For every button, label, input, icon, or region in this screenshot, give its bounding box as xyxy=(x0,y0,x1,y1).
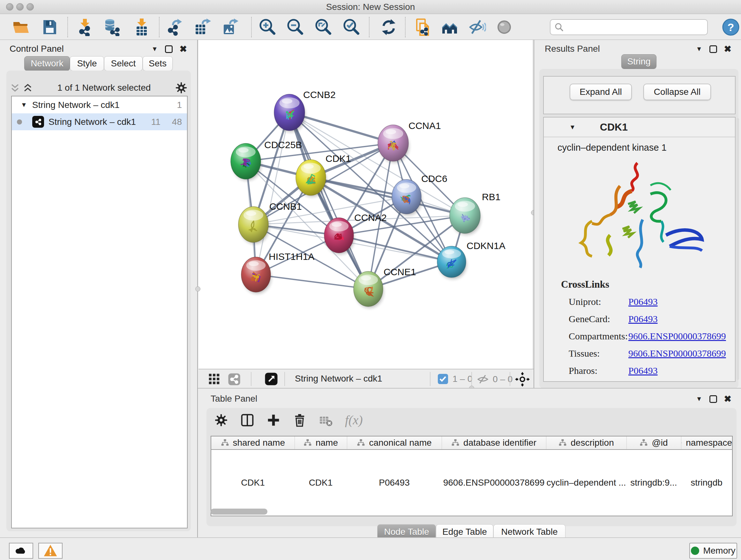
network-node-HIST1H1A[interactable] xyxy=(241,257,271,294)
section-collapse-icon[interactable]: ▼ xyxy=(569,124,576,131)
expand-all-tree-icon[interactable] xyxy=(10,82,20,93)
network-node-CCNB1[interactable] xyxy=(239,206,269,244)
expand-all-button[interactable]: Expand All xyxy=(569,84,632,100)
selected-checkbox-icon[interactable] xyxy=(437,373,449,385)
export-network-button[interactable] xyxy=(166,18,184,36)
network-edge[interactable] xyxy=(256,112,289,274)
table-cell[interactable]: P06493 xyxy=(347,449,442,516)
zoom-fit-button[interactable] xyxy=(314,18,332,36)
tab-string[interactable]: String xyxy=(621,54,657,69)
table-row[interactable]: CDK1CDK1P064939606.ENSP00000378699cyclin… xyxy=(211,449,732,516)
node-result-header[interactable]: ▼ CDK1 xyxy=(544,118,735,137)
table-cell[interactable]: stringdb:9... xyxy=(626,449,681,516)
column-header-namespace[interactable]: namespace xyxy=(681,436,732,449)
tab-select[interactable]: Select xyxy=(104,56,143,71)
control-panel-close-icon[interactable]: ✖ xyxy=(180,44,187,54)
zoom-selected-button[interactable] xyxy=(342,18,360,36)
network-options-gear-icon[interactable] xyxy=(175,81,188,94)
memory-button[interactable]: Memory xyxy=(689,543,737,559)
results-panel-float-icon[interactable] xyxy=(710,45,717,53)
export-image-button[interactable] xyxy=(221,18,239,36)
table-cell[interactable]: CDK1 xyxy=(211,449,294,516)
crosslink-pharos[interactable]: P06493 xyxy=(628,362,658,379)
table-panel-close-icon[interactable]: ✖ xyxy=(724,394,731,404)
birds-eye-view-button[interactable] xyxy=(265,372,278,387)
export-table-button[interactable] xyxy=(194,18,212,36)
column-header--id[interactable]: @id xyxy=(626,436,681,449)
svg-text:?: ? xyxy=(728,21,734,33)
warnings-button[interactable] xyxy=(38,543,63,559)
network-node-CDC6[interactable] xyxy=(392,179,422,215)
network-node-CDK1[interactable] xyxy=(296,160,327,197)
collapse-all-button[interactable]: Collapse All xyxy=(643,84,711,100)
string-home-button[interactable] xyxy=(441,18,459,36)
cloud-status-button[interactable] xyxy=(9,543,33,559)
open-session-button[interactable] xyxy=(12,18,30,36)
table-cell[interactable]: 9606.ENSP00000378699 xyxy=(442,449,546,516)
network-row[interactable]: String Network – cdk1 11 48 xyxy=(12,113,187,130)
import-table-file-button[interactable] xyxy=(133,18,151,36)
network-collection-row[interactable]: ▼ String Network – cdk1 1 xyxy=(12,97,187,113)
network-node-CDC25B[interactable] xyxy=(231,143,261,180)
network-node-RB1[interactable] xyxy=(450,198,481,235)
save-session-button[interactable] xyxy=(41,18,59,36)
crosslink-genecard[interactable]: P06493 xyxy=(628,310,658,327)
collapse-all-tree-icon[interactable] xyxy=(22,82,33,93)
column-header-description[interactable]: description xyxy=(546,436,626,449)
hidden-eye-icon[interactable] xyxy=(477,373,489,385)
collection-expand-icon[interactable]: ▼ xyxy=(21,101,27,109)
table-cell[interactable]: CDK1 xyxy=(294,449,347,516)
refresh-button[interactable] xyxy=(380,18,398,36)
show-columns-icon[interactable] xyxy=(240,413,254,427)
search-input[interactable] xyxy=(564,22,702,32)
control-panel-float-icon[interactable] xyxy=(165,45,173,53)
help-button[interactable]: ? xyxy=(722,18,740,36)
network-node-CCNB2[interactable] xyxy=(274,94,306,132)
string-network-graph[interactable]: CCNB2CCNA1CDC25BCDK1CDC6RB1CCNB1CCNA2HIS… xyxy=(199,40,532,369)
import-network-database-button[interactable] xyxy=(104,18,121,36)
delete-column-icon[interactable] xyxy=(293,413,307,427)
results-scrollbar[interactable] xyxy=(737,118,739,380)
left-splitter-handle[interactable] xyxy=(195,287,200,292)
zoom-in-button[interactable] xyxy=(258,18,276,36)
hide-unhide-button[interactable] xyxy=(468,18,486,36)
column-header-name[interactable]: name xyxy=(294,436,347,449)
column-header-shared-name[interactable]: shared name xyxy=(211,436,294,449)
network-canvas[interactable]: CCNB2CCNA1CDC25BCDK1CDC6RB1CCNB1CCNA2HIS… xyxy=(199,40,532,369)
table-cell[interactable]: stringdb xyxy=(681,449,732,516)
fit-content-button[interactable] xyxy=(515,372,530,388)
table-horizontal-scrollbar[interactable] xyxy=(211,509,267,515)
tab-network[interactable]: Network xyxy=(24,56,70,71)
eye-button[interactable] xyxy=(495,18,513,36)
zoom-out-button[interactable] xyxy=(286,18,304,36)
results-panel-collapse-icon[interactable]: ▼ xyxy=(696,45,702,53)
network-node-CCNA2[interactable] xyxy=(324,218,354,254)
table-panel-float-icon[interactable] xyxy=(710,395,717,403)
tab-style[interactable]: Style xyxy=(70,56,104,71)
network-edge[interactable] xyxy=(256,274,368,289)
control-panel-collapse-icon[interactable]: ▼ xyxy=(151,45,158,53)
crosslink-uniprot[interactable]: P06493 xyxy=(628,293,658,310)
crosslink-compartments[interactable]: 9606.ENSP00000378699 xyxy=(628,327,726,345)
search-field[interactable] xyxy=(550,19,708,35)
network-node-CDKN1A[interactable] xyxy=(437,246,467,279)
results-panel-close-icon[interactable]: ✖ xyxy=(724,44,731,54)
import-network-file-button[interactable] xyxy=(77,18,94,36)
tab-sets[interactable]: Sets xyxy=(143,56,173,71)
grid-view-button[interactable] xyxy=(208,373,220,386)
network-node-CCNE1[interactable] xyxy=(354,271,384,308)
network-node-CCNA1[interactable] xyxy=(378,125,409,163)
share-document-button[interactable] xyxy=(414,18,432,36)
network-edge[interactable] xyxy=(289,112,368,289)
table-cell[interactable]: cyclin–dependent ... xyxy=(546,449,626,516)
network-edges[interactable] xyxy=(246,112,465,289)
column-header-database-identifier[interactable]: database identifier xyxy=(442,436,546,449)
table-options-gear-icon[interactable] xyxy=(214,413,228,427)
node-attribute-table[interactable]: shared name name canonical name database… xyxy=(211,436,733,516)
column-header-canonical-name[interactable]: canonical name xyxy=(347,436,442,449)
crosslink-row: GeneCard: P06493 xyxy=(569,310,726,327)
add-column-icon[interactable] xyxy=(266,413,280,427)
crosslink-tissues[interactable]: 9606.ENSP00000378699 xyxy=(628,345,726,362)
network-style-button[interactable] xyxy=(228,373,241,387)
table-panel-collapse-icon[interactable]: ▼ xyxy=(696,395,702,402)
